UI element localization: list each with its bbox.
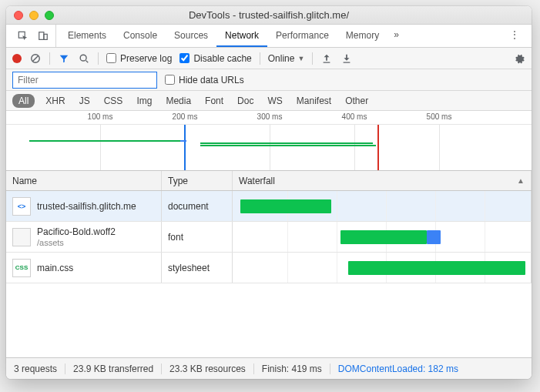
type-filter-media[interactable]: Media <box>163 94 194 108</box>
filter-row: Hide data URLs <box>6 69 532 91</box>
overview-bar <box>29 140 180 142</box>
type-filter-font[interactable]: Font <box>202 94 226 108</box>
timeline-tick: 500 ms <box>427 112 452 121</box>
waterfall-bar <box>340 230 427 244</box>
preserve-log-label: Preserve log <box>120 53 172 64</box>
tab-elements[interactable]: Elements <box>59 25 115 47</box>
timeline-tick: 300 ms <box>257 112 283 121</box>
waterfall-bar <box>427 230 441 244</box>
timeline-tick: 200 ms <box>173 112 198 121</box>
filter-icon[interactable] <box>58 52 70 65</box>
stylesheet-icon <box>12 259 31 277</box>
device-toggle-icon[interactable] <box>37 30 49 42</box>
waterfall-bar <box>348 261 525 275</box>
status-transferred: 23.9 KB transferred <box>65 364 162 374</box>
network-toolbar: Preserve log Disable cache Online ▼ <box>6 48 532 69</box>
disable-cache-checkbox[interactable]: Disable cache <box>179 53 251 64</box>
type-filter-doc[interactable]: Doc <box>234 94 257 108</box>
disable-cache-label: Disable cache <box>193 53 251 64</box>
request-type: document <box>162 191 233 221</box>
timeline-tick: 100 ms <box>88 112 113 121</box>
devtools-window: DevTools - trusted-sailfish.glitch.me/ E… <box>6 6 532 379</box>
col-type[interactable]: Type <box>162 171 233 190</box>
waterfall-bar <box>240 199 331 213</box>
overflow-tabs-icon[interactable]: » <box>387 25 405 47</box>
search-icon[interactable] <box>78 52 90 65</box>
table-header: Name Type Waterfall ▲ <box>6 171 532 191</box>
filter-input[interactable] <box>12 72 157 89</box>
status-bar: 3 requests 23.9 KB transferred 23.3 KB r… <box>6 357 532 379</box>
table-row[interactable]: main.cssstylesheet <box>6 253 532 283</box>
request-type: stylesheet <box>162 253 233 283</box>
tab-network[interactable]: Network <box>216 25 267 47</box>
inspect-icon[interactable] <box>17 30 29 42</box>
type-filter-manifest[interactable]: Manifest <box>293 94 334 108</box>
hide-data-urls-checkbox[interactable]: Hide data URLs <box>165 75 244 85</box>
status-resources: 23.3 KB resources <box>162 364 254 374</box>
table-row[interactable]: Pacifico-Bold.woff2/assetsfont <box>6 222 532 253</box>
document-icon: <> <box>12 197 31 216</box>
domcontentloaded-line <box>184 125 186 170</box>
window-title: DevTools - trusted-sailfish.glitch.me/ <box>6 9 532 21</box>
waterfall-cell <box>233 253 532 283</box>
type-filter-img[interactable]: Img <box>133 94 155 108</box>
type-filter-js[interactable]: JS <box>76 94 93 108</box>
request-name: trusted-sailfish.glitch.me <box>37 201 136 212</box>
timeline-gridline <box>354 125 355 170</box>
zoom-icon[interactable] <box>45 11 54 20</box>
hide-data-urls-label: Hide data URLs <box>179 75 244 85</box>
chevron-down-icon: ▼ <box>297 55 304 62</box>
throttle-value: Online <box>268 53 295 64</box>
clear-icon[interactable] <box>29 52 42 65</box>
timeline-gridline <box>270 125 270 170</box>
status-requests: 3 requests <box>12 364 65 374</box>
table-row[interactable]: <>trusted-sailfish.glitch.medocument <box>6 191 532 222</box>
request-type: font <box>162 222 233 252</box>
tab-console[interactable]: Console <box>115 25 166 47</box>
status-finish: Finish: 419 ms <box>254 364 330 374</box>
waterfall-cell <box>233 222 532 252</box>
panel-tabs: Elements Console Sources Network Perform… <box>6 25 532 48</box>
tab-sources[interactable]: Sources <box>166 25 216 47</box>
disable-cache-input[interactable] <box>179 53 190 63</box>
timeline-overview[interactable]: 100 ms200 ms300 ms400 ms500 ms <box>6 111 532 171</box>
kebab-menu-icon[interactable]: ⋮ <box>502 25 527 47</box>
svg-rect-2 <box>44 34 47 39</box>
col-name[interactable]: Name <box>6 171 162 190</box>
throttle-select[interactable]: Online ▼ <box>268 53 305 64</box>
type-filter-ws[interactable]: WS <box>264 94 285 108</box>
request-name: main.css <box>37 263 73 273</box>
titlebar: DevTools - trusted-sailfish.glitch.me/ <box>6 6 532 25</box>
waterfall-cell <box>233 191 532 221</box>
sort-arrow-icon: ▲ <box>517 176 525 185</box>
svg-point-4 <box>80 55 86 61</box>
svg-rect-1 <box>39 32 44 39</box>
gear-icon[interactable] <box>513 52 525 65</box>
upload-icon[interactable] <box>320 52 333 65</box>
col-waterfall[interactable]: Waterfall ▲ <box>233 171 532 190</box>
type-filter-css[interactable]: CSS <box>101 94 126 108</box>
overview-bar <box>200 145 376 146</box>
hide-data-urls-input[interactable] <box>165 75 175 85</box>
overview-bar <box>180 140 186 142</box>
request-name: Pacifico-Bold.woff2 <box>37 226 116 237</box>
request-path: /assets <box>37 237 116 248</box>
status-dcl: DOMContentLoaded: 182 ms <box>330 364 466 374</box>
close-icon[interactable] <box>14 11 23 20</box>
resource-type-filters: AllXHRJSCSSImgMediaFontDocWSManifestOthe… <box>6 91 532 111</box>
timeline-tick: 400 ms <box>342 112 367 121</box>
type-filter-xhr[interactable]: XHR <box>42 94 68 108</box>
record-button[interactable] <box>12 54 22 63</box>
minimize-icon[interactable] <box>29 11 39 20</box>
file-icon <box>12 228 31 246</box>
preserve-log-checkbox[interactable]: Preserve log <box>106 53 172 64</box>
tab-memory[interactable]: Memory <box>337 25 387 47</box>
type-filter-all[interactable]: All <box>12 94 35 108</box>
timeline-gridline <box>439 125 440 170</box>
type-filter-other[interactable]: Other <box>342 94 371 108</box>
tab-performance[interactable]: Performance <box>267 25 337 47</box>
timeline-gridline <box>100 125 101 170</box>
load-line <box>377 125 379 170</box>
preserve-log-input[interactable] <box>106 53 116 63</box>
download-icon[interactable] <box>340 52 353 65</box>
